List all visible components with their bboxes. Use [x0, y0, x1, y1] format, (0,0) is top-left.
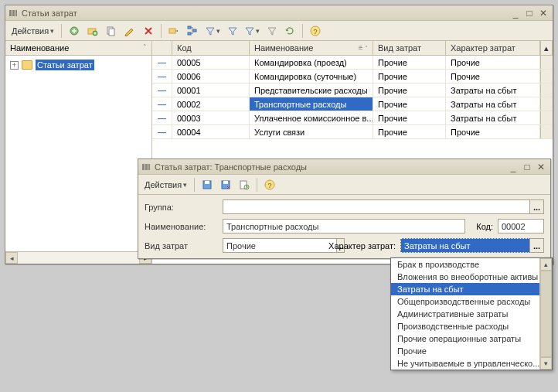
close-button[interactable]: ✕ — [534, 161, 548, 173]
sort-asc-icon: ≞ ˄ — [358, 45, 368, 52]
actions-menu[interactable]: Действия — [9, 23, 57, 39]
table-row[interactable]: —00005Командировка (проезд)ПрочиеПрочие — [152, 56, 553, 70]
tree-body[interactable]: + Статьи затрат — [5, 56, 151, 251]
scroll-up-icon[interactable]: ▴ — [540, 41, 553, 55]
filter2-button[interactable] — [225, 23, 240, 39]
cell-name: Командировка (проезд) — [250, 56, 373, 69]
filter3-button[interactable] — [242, 23, 263, 39]
cell-name: Уплаченное комиссионное в... — [250, 111, 373, 124]
maximize-button[interactable]: □ — [522, 7, 536, 19]
grid-header: Код Наименование≞ ˄ Вид затрат Характер … — [152, 41, 553, 56]
tree-header[interactable]: Наименование ˄ — [5, 41, 151, 56]
hierarchy-button[interactable] — [184, 23, 201, 39]
group-select-button[interactable]: ... — [529, 199, 544, 214]
cell-type: Прочие — [373, 56, 446, 69]
help-button[interactable]: ? — [261, 177, 278, 193]
help-button[interactable]: ? — [307, 23, 324, 39]
nature-select-button[interactable]: ... — [529, 238, 544, 253]
save-close-button[interactable] — [217, 177, 234, 193]
name-input[interactable] — [223, 219, 465, 233]
minimize-button[interactable]: _ — [509, 7, 522, 19]
clear-filter-button[interactable] — [264, 23, 280, 39]
cell-type: Прочие — [373, 97, 446, 111]
svg-rect-0 — [9, 10, 12, 16]
grid-col-code[interactable]: Код — [172, 41, 250, 55]
app-icon — [141, 162, 151, 172]
cell-code: 00004 — [172, 125, 250, 138]
tree-pane: Наименование ˄ + Статьи затрат ◂ ▸ — [5, 41, 152, 264]
main-titlebar: Статьи затрат _ □ ✕ — [5, 5, 553, 21]
table-row[interactable]: —00001Представительские расходыПрочиеЗат… — [152, 84, 553, 97]
cell-type: Прочие — [373, 111, 446, 124]
grid-marker-col[interactable] — [152, 41, 172, 55]
cell-code: 00002 — [172, 97, 250, 111]
type-label: Вид затрат — [145, 241, 218, 251]
separator — [194, 178, 195, 192]
svg-rect-1 — [12, 10, 15, 16]
table-row[interactable]: —00004Услуги связиПрочиеПрочие — [152, 125, 553, 139]
row-marker-icon: — — [152, 56, 172, 69]
dropdown-option[interactable]: Общепроизводственные расходы — [391, 295, 539, 308]
separator — [61, 24, 62, 38]
refresh-button[interactable] — [281, 23, 298, 39]
edit-button[interactable] — [121, 23, 138, 39]
cell-nature: Прочие — [446, 56, 540, 69]
cell-name: Услуги связи — [250, 125, 373, 138]
grid-col-nature[interactable]: Характер затрат — [446, 41, 540, 55]
dropdown-option[interactable]: Не учитываемые в управленческо... — [391, 357, 539, 370]
nature-input[interactable] — [400, 238, 530, 253]
actions-menu[interactable]: Действия — [141, 177, 190, 193]
row-marker-icon: — — [152, 84, 172, 97]
svg-rect-15 — [145, 164, 148, 170]
cell-name: Командировка (суточные) — [250, 70, 373, 83]
scroll-up-icon[interactable]: ▴ — [540, 258, 552, 271]
add-folder-button[interactable] — [84, 23, 101, 39]
tree-root-item[interactable]: + Статьи затрат — [9, 59, 148, 71]
cell-nature: Затраты на сбыт — [446, 111, 540, 124]
detail-titlebar: Статья затрат: Транспортные расходы _ □ … — [138, 159, 550, 175]
svg-rect-18 — [205, 181, 209, 184]
dropdown-option[interactable]: Прочие операционные затраты — [391, 332, 539, 345]
add-item-button[interactable] — [66, 23, 83, 39]
dropdown-option[interactable]: Административные затраты — [391, 308, 539, 320]
cell-nature: Прочие — [446, 70, 540, 83]
dropdown-option[interactable]: Брак в производстве — [391, 258, 539, 271]
minimize-button[interactable]: _ — [506, 161, 520, 173]
row-marker-icon: — — [152, 97, 172, 111]
table-row[interactable]: —00006Командировка (суточные)ПрочиеПрочи… — [152, 70, 553, 84]
grid-col-type[interactable]: Вид затрат — [373, 41, 446, 55]
delete-button[interactable] — [140, 23, 157, 39]
svg-rect-11 — [193, 29, 196, 32]
reread-button[interactable] — [236, 177, 253, 193]
cell-nature: Затраты на сбыт — [446, 97, 540, 111]
dropdown-option[interactable]: Производственные расходы — [391, 320, 539, 332]
scroll-down-icon[interactable]: ▾ — [540, 357, 552, 370]
svg-rect-2 — [15, 10, 17, 16]
scroll-left-icon[interactable]: ◂ — [5, 252, 18, 264]
nature-dropdown[interactable]: Брак в производствеВложения во внеоборот… — [390, 257, 553, 370]
maximize-button[interactable]: □ — [520, 161, 534, 173]
save-button[interactable] — [199, 177, 216, 193]
dropdown-option[interactable]: Затраты на сбыт — [391, 283, 539, 295]
dropdown-option[interactable]: Прочие — [391, 345, 539, 357]
dropdown-scrollbar[interactable]: ▴ ▾ — [539, 258, 552, 370]
close-button[interactable]: ✕ — [536, 7, 550, 19]
cell-code: 00001 — [172, 84, 250, 97]
detail-body: Группа: ... Наименование: Код: Вид затра… — [138, 195, 550, 262]
grid-col-name[interactable]: Наименование≞ ˄ — [250, 41, 373, 55]
table-row[interactable]: —00002Транспортные расходыПрочиеЗатраты … — [152, 97, 553, 111]
expand-icon[interactable]: + — [10, 61, 19, 70]
table-row[interactable]: —00003Уплаченное комиссионное в...Прочие… — [152, 111, 553, 125]
copy-button[interactable] — [103, 23, 120, 39]
svg-rect-10 — [188, 32, 191, 35]
row-marker-icon: — — [152, 111, 172, 124]
separator — [257, 178, 257, 192]
filter1-button[interactable] — [202, 23, 223, 39]
group-input[interactable] — [223, 199, 530, 214]
dropdown-option[interactable]: Вложения во внеоборотные активы — [391, 271, 539, 283]
cell-nature: Затраты на сбыт — [446, 84, 540, 97]
tree-hscrollbar[interactable]: ◂ ▸ — [5, 251, 151, 264]
svg-rect-7 — [109, 29, 114, 36]
move-button[interactable] — [165, 23, 182, 39]
code-input[interactable] — [498, 219, 544, 233]
